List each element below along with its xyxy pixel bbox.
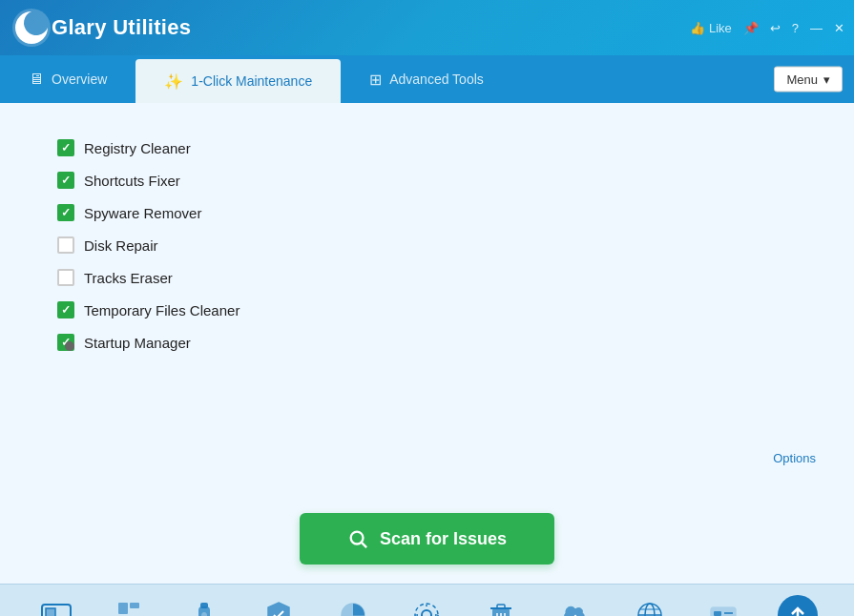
close-button[interactable]: ✕: [834, 21, 844, 35]
list-item: Temporary Files Cleaner: [57, 294, 816, 326]
chevron-down-icon: ▾: [823, 72, 830, 87]
list-item: Spyware Remover: [57, 196, 816, 229]
tab-overview-label: Overview: [52, 72, 107, 87]
scan-section: Scan for Issues: [0, 484, 854, 584]
tab-1click-label: 1-Click Maintenance: [191, 73, 312, 89]
label-shortcuts-fixer: Shortcuts Fixer: [84, 173, 180, 189]
list-item: Disk Repair: [57, 229, 816, 261]
label-tracks-eraser: Tracks Eraser: [84, 270, 173, 286]
list-item: Tracks Eraser: [57, 261, 816, 294]
checkbox-disk-repair[interactable]: [57, 236, 74, 254]
checklist: Registry Cleaner Shortcuts Fixer Spyware…: [57, 132, 816, 359]
grid-icon: ⊞: [369, 71, 382, 89]
svg-point-1: [351, 532, 364, 544]
toolbar-driver-manager[interactable]: [703, 595, 743, 616]
monitor-icon: 🖥: [29, 71, 44, 88]
toolbar-privacy[interactable]: [259, 595, 299, 616]
svg-rect-30: [714, 611, 721, 616]
pin-icon[interactable]: 📌: [743, 21, 759, 35]
toolbar-internet-booster[interactable]: [630, 595, 670, 616]
label-disk-repair: Disk Repair: [84, 237, 158, 254]
toolbar-uninstaller[interactable]: [481, 595, 521, 616]
checkbox-spyware-remover[interactable]: [57, 204, 74, 221]
menu-button[interactable]: Menu ▾: [774, 67, 843, 92]
list-item: Shortcuts Fixer: [57, 164, 816, 196]
minimize-button[interactable]: —: [810, 21, 823, 35]
label-startup-manager: Startup Manager: [84, 335, 191, 351]
search-icon: [347, 528, 368, 549]
toolbar-pie-chart[interactable]: [333, 595, 373, 616]
tab-advanced-label: Advanced Tools: [389, 72, 484, 87]
app-title: Glary Utilities: [52, 15, 191, 40]
svg-rect-6: [118, 603, 128, 614]
options-link[interactable]: Options: [773, 451, 816, 465]
toolbar-settings[interactable]: [406, 595, 447, 616]
label-temporary-files-cleaner: Temporary Files Cleaner: [84, 302, 240, 318]
checkbox-registry-cleaner[interactable]: [57, 139, 74, 156]
svg-line-2: [362, 543, 366, 547]
label-spyware-remover: Spyware Remover: [84, 205, 201, 221]
bottom-toolbar: [0, 584, 854, 616]
tab-advanced-tools[interactable]: ⊞ Advanced Tools: [341, 55, 512, 103]
like-button[interactable]: 👍 Like: [690, 21, 732, 35]
tab-bar: 🖥 Overview ✨ 1-Click Maintenance ⊞ Advan…: [0, 55, 854, 103]
toolbar-disk-space[interactable]: [36, 595, 76, 616]
checkbox-temporary-files-cleaner[interactable]: [57, 301, 74, 318]
scan-for-issues-button[interactable]: Scan for Issues: [300, 513, 554, 565]
toolbar-cleaner[interactable]: [184, 595, 224, 616]
svg-rect-20: [497, 605, 505, 608]
title-bar: Glary Utilities 👍 Like 📌 ↩ ? — ✕: [0, 0, 854, 55]
list-item: Registry Cleaner: [57, 132, 816, 164]
checkbox-startup-manager[interactable]: [57, 334, 74, 351]
svg-rect-7: [130, 603, 139, 608]
svg-rect-13: [200, 603, 208, 608]
magic-icon: ✨: [164, 72, 183, 91]
tab-1click-maintenance[interactable]: ✨ 1-Click Maintenance: [135, 59, 341, 103]
tab-overview[interactable]: 🖥 Overview: [0, 55, 135, 103]
label-registry-cleaner: Registry Cleaner: [84, 140, 191, 156]
app-logo: [11, 8, 52, 48]
svg-rect-4: [46, 608, 55, 616]
toolbar-go-up[interactable]: [778, 595, 818, 616]
back-icon[interactable]: ↩: [770, 21, 781, 35]
svg-point-16: [422, 610, 431, 616]
main-content: Registry Cleaner Shortcuts Fixer Spyware…: [0, 103, 854, 484]
toolbar-file-management[interactable]: [111, 595, 151, 616]
help-button[interactable]: ?: [792, 21, 799, 35]
list-item: Startup Manager: [57, 326, 816, 359]
toolbar-file-backup[interactable]: [555, 595, 595, 616]
checkbox-shortcuts-fixer[interactable]: [57, 172, 74, 189]
window-controls: 👍 Like 📌 ↩ ? — ✕: [690, 21, 844, 35]
checkbox-tracks-eraser[interactable]: [57, 269, 74, 286]
